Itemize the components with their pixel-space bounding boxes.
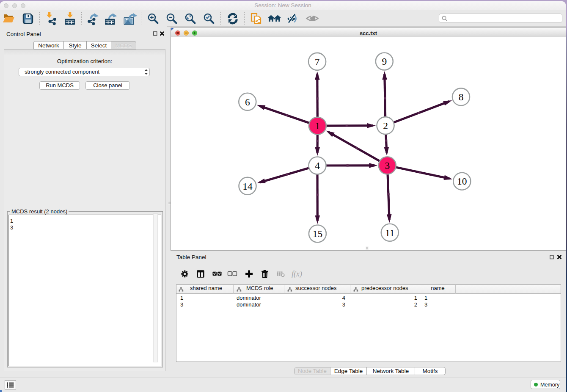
svg-text:11: 11 [385,227,395,238]
svg-text:3: 3 [385,160,390,171]
svg-text:14: 14 [242,181,253,192]
svg-text:15: 15 [313,228,323,239]
svg-text:f(x): f(x) [292,270,302,279]
svg-text:1: 1 [315,120,320,131]
svg-text:8: 8 [459,91,464,102]
svg-text:9: 9 [382,56,387,67]
svg-text:2: 2 [383,120,388,131]
svg-text:10: 10 [457,176,467,187]
svg-text:7: 7 [315,56,320,67]
svg-text:4: 4 [315,160,320,171]
svg-text:6: 6 [245,97,250,108]
